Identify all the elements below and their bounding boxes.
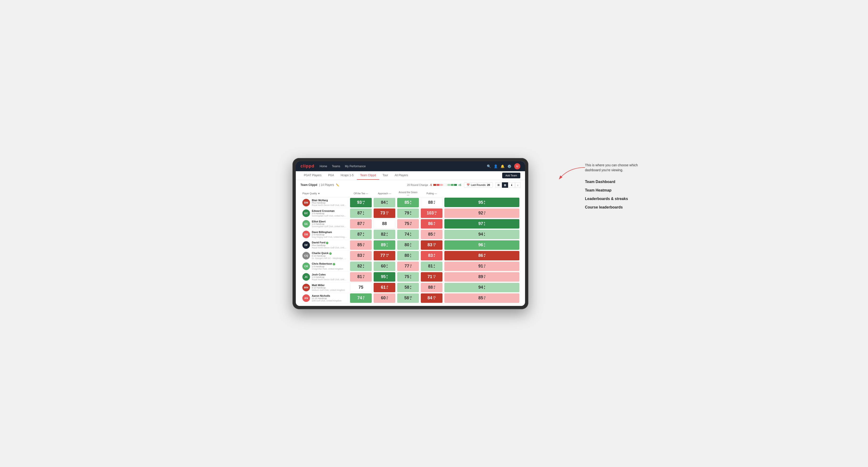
score-delta: -2▼ xyxy=(433,285,435,289)
last-rounds-button[interactable]: 📅 Last Rounds: 20 xyxy=(464,182,493,188)
player-name: Blair McHarg xyxy=(312,199,347,201)
table-row: DFDavid Ford✓Plus HandicapRoyal North De… xyxy=(301,240,520,250)
score-delta: 8▲ xyxy=(410,200,412,205)
view-list-button[interactable]: ⊞ xyxy=(496,182,501,188)
score-cell-around: 71-11▼ xyxy=(420,272,443,282)
score-cell-putting: 959▲ xyxy=(443,197,520,208)
score-cell-off_tee: 846▲ xyxy=(373,197,396,208)
score-value: 58 xyxy=(404,295,409,301)
score-value: 81 xyxy=(428,264,433,269)
verified-icon: ✓ xyxy=(333,263,335,266)
player-cell-3[interactable]: DBDave Billingham1-5 HandicapGog Magog G… xyxy=(301,229,349,240)
score-delta: 9▲ xyxy=(410,211,412,215)
sub-nav-links: PGAT Players PGA Hcaps 1-5 Team Clippd T… xyxy=(301,171,411,180)
score-cell-quality: 823▲ xyxy=(349,261,373,272)
player-cell-1[interactable]: ECEdward Crossman1-5 HandicapSunningdale… xyxy=(301,208,349,218)
score-cell-approach: 858▲ xyxy=(396,197,420,208)
player-cell-6[interactable]: CRChris Robertson✓1-5 HandicapCraigmilla… xyxy=(301,261,349,272)
player-avatar: BM xyxy=(302,199,310,206)
score-delta: 1▲ xyxy=(363,211,365,215)
score-cell-putting: 91-3▼ xyxy=(443,261,520,272)
view-heatmap-button[interactable]: 🌡 xyxy=(508,182,515,188)
player-cell-0[interactable]: BMBlair McHargPlus HandicapRoyal North D… xyxy=(301,197,349,208)
nav-link-myperformance[interactable]: My Performance xyxy=(344,164,366,169)
tab-hcaps[interactable]: Hcaps 1-5 xyxy=(337,171,357,180)
player-cell-8[interactable]: MMMatt Miller6-10 HandicapWoburn Golf Cl… xyxy=(301,282,349,293)
score-delta: -4▼ xyxy=(484,296,486,300)
score-cell-quality: 85-3▼ xyxy=(349,240,373,250)
player-name: Chris Robertson✓ xyxy=(312,262,343,266)
annotation-items: Team Dashboard Team Heatmap Leaderboards… xyxy=(585,180,651,210)
score-cell-around: 88-1▼ xyxy=(420,197,443,208)
avatar[interactable]: U xyxy=(514,163,520,169)
score-delta: 9▲ xyxy=(484,200,486,205)
player-cell-7[interactable]: JCJosh Coles1-5 HandicapRoyal North Devo… xyxy=(301,272,349,282)
player-handicap: 6-10 Handicap xyxy=(312,286,345,289)
tab-all-players[interactable]: All Players xyxy=(391,171,411,180)
add-team-button[interactable]: Add Team xyxy=(502,173,520,178)
score-value: 77 xyxy=(380,253,385,258)
score-value: 86 xyxy=(478,253,483,258)
player-handicap: 1-5 Handicap xyxy=(312,223,347,225)
score-cell-quality: 874▲ xyxy=(349,229,373,240)
score-value: 84 xyxy=(381,200,385,205)
player-handicap: 1-5 Handicap xyxy=(312,266,343,268)
player-name: David Ford✓ xyxy=(312,241,347,244)
color-bar xyxy=(433,184,457,186)
tab-pgat-players[interactable]: PGAT Players xyxy=(301,171,325,180)
tab-pga[interactable]: PGA xyxy=(325,171,337,180)
col-header-around-green: Around the Green — xyxy=(396,190,420,197)
score-value: 97 xyxy=(478,221,483,226)
player-name: Aaron Nicholls xyxy=(312,294,342,297)
score-cell-quality: 74-8▼ xyxy=(349,293,373,303)
score-value: 75 xyxy=(404,274,409,279)
score-cell-off_tee: 88 xyxy=(373,218,396,229)
score-delta: -3▼ xyxy=(363,253,365,257)
player-cell-9[interactable]: ANAaron Nicholls11-15 HandicapDrift Golf… xyxy=(301,293,349,303)
player-cell-4[interactable]: DFDavid Ford✓Plus HandicapRoyal North De… xyxy=(301,240,349,250)
score-delta: -21▼ xyxy=(433,296,436,300)
settings-icon[interactable]: ⚙️ xyxy=(507,164,512,168)
score-value: 94 xyxy=(478,285,483,290)
score-cell-putting: 941▲ xyxy=(443,229,520,240)
score-cell-approach: 741▲ xyxy=(396,229,420,240)
player-avatar: JC xyxy=(302,273,310,281)
nav-link-home[interactable]: Home xyxy=(319,164,328,169)
tab-tour[interactable]: Tour xyxy=(379,171,391,180)
score-cell-off_tee: 897▲ xyxy=(373,240,396,250)
player-club: Sunningdale Golf Club, United Kingdom xyxy=(312,225,347,228)
player-avatar: CR xyxy=(302,262,310,270)
table-row: CRChris Robertson✓1-5 HandicapCraigmilla… xyxy=(301,261,520,272)
score-delta: +4▲ xyxy=(362,200,365,205)
player-handicap: Plus Handicap xyxy=(312,201,347,204)
score-cell-quality: 871▲ xyxy=(349,208,373,218)
annotation-text: This is where you can choose which dashb… xyxy=(585,163,651,173)
player-name: Matt Miller xyxy=(312,284,345,286)
nav-link-teams[interactable]: Teams xyxy=(331,164,341,169)
score-cell-around: 85-3▼ xyxy=(420,229,443,240)
score-delta: -1▼ xyxy=(433,200,435,205)
tab-team-clippd[interactable]: Team Clippd xyxy=(357,171,379,180)
score-value: 83 xyxy=(357,253,362,258)
player-club: Woburn Golf Club, United Kingdom xyxy=(312,289,345,291)
view-export-button[interactable]: ↓ xyxy=(516,182,521,188)
person-icon[interactable]: 👤 xyxy=(494,164,498,168)
bell-icon[interactable]: 🔔 xyxy=(500,164,504,168)
score-delta: -3▼ xyxy=(363,275,365,279)
player-cell-5[interactable]: CQCharlie Quick✓6-10 HandicapSt. George'… xyxy=(301,250,349,261)
score-delta: 7▲ xyxy=(386,243,388,247)
score-cell-approach: 5810▲ xyxy=(396,293,420,303)
score-cell-around: 814▲ xyxy=(420,261,443,272)
search-icon[interactable]: 🔍 xyxy=(487,164,491,168)
player-cell-2[interactable]: EEElliot Ebert1-5 HandicapSunningdale Go… xyxy=(301,218,349,229)
score-value: 58 xyxy=(404,285,409,290)
edit-icon[interactable]: ✏️ xyxy=(336,184,339,187)
col-header-putting: Putting — xyxy=(420,190,443,197)
annotation-item-1: Team Dashboard xyxy=(585,180,651,184)
view-grid-button[interactable]: ▦ xyxy=(502,182,508,188)
table-row: ANAaron Nicholls11-15 HandicapDrift Golf… xyxy=(301,293,520,303)
score-cell-around: 84-21▼ xyxy=(420,293,443,303)
table-wrapper: Player Quality ▼ Off the Tee — Approach … xyxy=(301,190,520,304)
calendar-icon: 📅 xyxy=(467,184,470,187)
player-club: Drift Golf Club, United Kingdom xyxy=(312,300,342,302)
